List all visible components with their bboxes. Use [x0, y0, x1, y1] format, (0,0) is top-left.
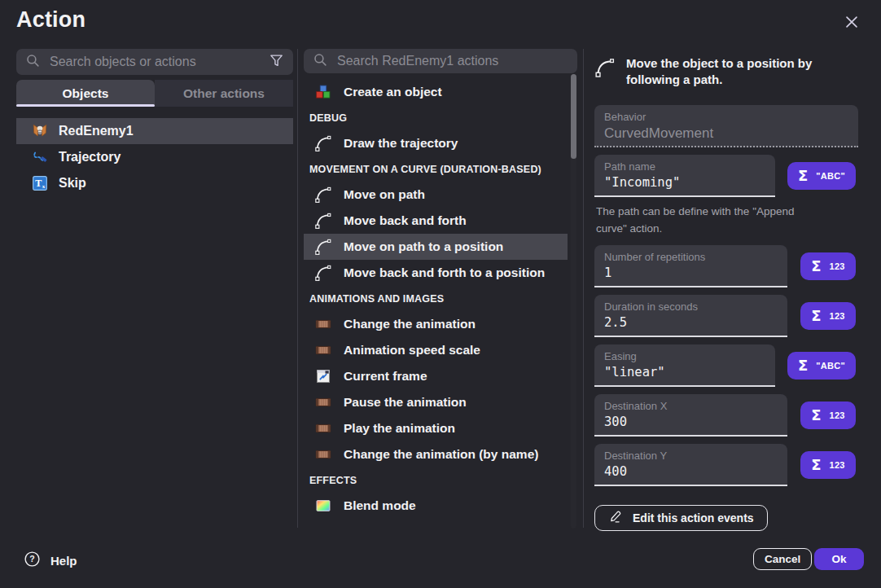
field-row-destination-x: Destination X300Σ123 — [594, 394, 865, 437]
repetitions-label: Number of repetitions — [604, 251, 778, 263]
action-row-animation-speed-scale[interactable]: Animation speed scale — [304, 337, 568, 363]
blend-icon — [313, 498, 333, 514]
sigma-icon: Σ — [798, 358, 808, 373]
action-row-change-the-animation-by-name-[interactable]: Change the animation (by name) — [304, 441, 568, 467]
svg-text:?: ? — [29, 554, 34, 564]
object-label: Skip — [59, 176, 86, 191]
expression-type-label: 123 — [830, 460, 845, 470]
field-group-repetitions: Number of repetitions1Σ123 — [594, 245, 865, 287]
tab-objects[interactable]: Objects — [16, 80, 155, 107]
objects-search-input[interactable]: Search objects or actions — [16, 49, 293, 75]
object-tabs: Objects Other actions — [16, 80, 293, 107]
repetitions-expression-button[interactable]: Σ123 — [800, 252, 856, 280]
repetitions-field[interactable]: Number of repetitions1 — [594, 245, 787, 287]
ok-button[interactable]: Ok — [814, 548, 864, 570]
curve-icon — [313, 264, 333, 282]
filter-icon[interactable] — [269, 53, 284, 72]
action-row-play-the-animation[interactable]: Play the animation — [304, 415, 568, 441]
field-group-behavior: BehaviorCurvedMovement — [594, 105, 865, 147]
svg-text:T: T — [35, 178, 42, 189]
film-icon — [313, 446, 333, 463]
panel-divider — [583, 49, 584, 528]
object-list: RedEnemy1TrajectoryTxSkip — [16, 118, 293, 196]
path-name-field[interactable]: Path name"Incoming" — [594, 155, 775, 197]
path-name-label: Path name — [604, 160, 765, 173]
object-row-trajectory[interactable]: Trajectory — [16, 144, 293, 170]
expression-type-label: "ABC" — [816, 171, 845, 181]
field-row-destination-y: Destination Y400Σ123 — [594, 444, 865, 486]
field-group-destination-y: Destination Y400Σ123 — [594, 444, 865, 486]
repetitions-value: 1 — [604, 265, 778, 281]
easing-field[interactable]: Easing"linear" — [594, 344, 775, 387]
actions-search-placeholder: Search RedEnemy1 actions — [337, 54, 568, 68]
action-label: Current frame — [344, 369, 427, 384]
field-row-easing: Easing"linear"Σ"ABC" — [594, 344, 865, 387]
action-row-pause-the-animation[interactable]: Pause the animation — [304, 389, 568, 415]
film-icon — [313, 316, 333, 332]
action-label: Move on path to a position — [344, 239, 503, 254]
field-group-destination-x: Destination X300Σ123 — [594, 394, 865, 437]
action-label: Move back and forth to a position — [344, 265, 545, 280]
close-icon[interactable] — [842, 12, 861, 32]
help-button[interactable]: ? Help — [24, 551, 77, 570]
duration-value: 2.5 — [604, 315, 778, 331]
behavior-value: CurvedMovement — [604, 125, 848, 141]
destination-x-field[interactable]: Destination X300 — [594, 394, 787, 437]
action-row-draw-the-trajectory[interactable]: Draw the trajectory — [304, 130, 568, 156]
curve-icon — [594, 55, 616, 88]
action-description: Move the object to a position by followi… — [594, 55, 865, 88]
destination-y-field[interactable]: Destination Y400 — [594, 444, 787, 486]
frame-icon — [313, 368, 333, 384]
section-header: EFFECTS — [304, 467, 577, 493]
tab-other-actions[interactable]: Other actions — [155, 80, 293, 107]
action-row-blend-mode[interactable]: Blend mode — [304, 493, 568, 519]
cancel-button[interactable]: Cancel — [753, 548, 812, 570]
svg-text:x: x — [42, 183, 46, 190]
expression-type-label: 123 — [830, 261, 845, 271]
curve-icon — [313, 238, 333, 256]
cubes-icon — [313, 84, 333, 100]
easing-expression-button[interactable]: Σ"ABC" — [787, 352, 856, 380]
section-header: DEBUG — [304, 105, 577, 130]
actions-search-input[interactable]: Search RedEnemy1 actions — [304, 49, 577, 73]
action-row-move-on-path-to-a-position[interactable]: Move on path to a position — [304, 234, 568, 260]
object-row-redenemy1[interactable]: RedEnemy1 — [16, 118, 293, 144]
edit-action-events-button[interactable]: Edit this action events — [594, 505, 768, 531]
destination-y-label: Destination Y — [604, 450, 778, 462]
skip-icon: Tx — [30, 175, 50, 191]
duration-expression-button[interactable]: Σ123 — [800, 302, 856, 330]
action-label: Change the animation (by name) — [344, 447, 538, 462]
duration-field[interactable]: Duration in seconds2.5 — [594, 295, 787, 337]
sigma-icon: Σ — [811, 458, 821, 472]
section-header: ANIMATIONS AND IMAGES — [304, 286, 577, 311]
object-row-skip[interactable]: TxSkip — [16, 170, 293, 196]
scrollbar-track[interactable] — [571, 74, 576, 529]
destination-y-value: 400 — [604, 464, 778, 480]
action-row-move-back-and-forth[interactable]: Move back and forth — [304, 208, 568, 234]
action-label: Move back and forth — [344, 213, 467, 228]
action-row-current-frame[interactable]: Current frame — [304, 363, 568, 389]
objects-panel: Search objects or actions Objects Other … — [16, 49, 293, 196]
parameter-fields: BehaviorCurvedMovementPath name"Incoming… — [594, 105, 865, 486]
field-group-path-name: Path name"Incoming"Σ"ABC"The path can be… — [594, 155, 865, 237]
help-icon: ? — [24, 551, 41, 570]
easing-label: Easing — [604, 350, 765, 362]
film-icon — [313, 394, 333, 410]
destination-x-expression-button[interactable]: Σ123 — [800, 402, 856, 429]
field-row-path-name: Path name"Incoming"Σ"ABC" — [594, 155, 865, 197]
film-icon — [313, 420, 333, 437]
action-row-create-an-object[interactable]: Create an object — [304, 79, 568, 105]
path-name-expression-button[interactable]: Σ"ABC" — [787, 162, 856, 190]
field-row-duration: Duration in seconds2.5Σ123 — [594, 295, 865, 337]
action-row-move-back-and-forth-to-a-position[interactable]: Move back and forth to a position — [304, 260, 568, 286]
action-row-move-on-path[interactable]: Move on path — [304, 182, 568, 208]
pencil-icon — [608, 509, 624, 527]
objects-search-placeholder: Search objects or actions — [50, 55, 260, 69]
sigma-icon: Σ — [811, 309, 821, 323]
action-label: Move on path — [344, 187, 425, 202]
expression-type-label: "ABC" — [816, 361, 845, 371]
action-label: Blend mode — [344, 498, 416, 513]
scrollbar-thumb[interactable] — [571, 74, 576, 159]
destination-y-expression-button[interactable]: Σ123 — [800, 451, 856, 479]
action-row-change-the-animation[interactable]: Change the animation — [304, 311, 568, 337]
